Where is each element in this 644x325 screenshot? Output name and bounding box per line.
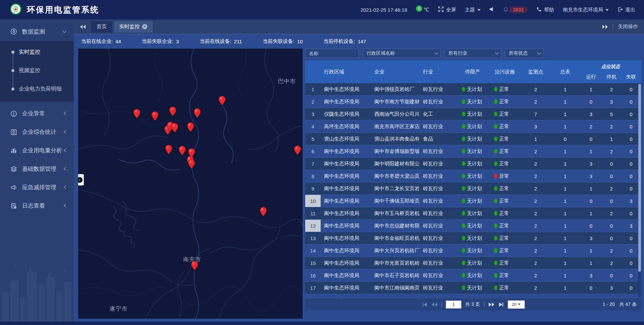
status-dot-green bbox=[494, 161, 497, 166]
table-header: 行政区域 企业 行业 停限产 治污设施 监测点 总表 点位状态 运行 停机 失联 bbox=[305, 60, 641, 83]
sidebar-item-realtime-monitoring[interactable]: 实时监控 bbox=[0, 43, 74, 61]
status-dot-green bbox=[462, 199, 465, 203]
name-search-input[interactable] bbox=[305, 49, 359, 58]
status-dot-green bbox=[462, 186, 465, 191]
prev-page-button[interactable] bbox=[431, 302, 437, 307]
sidebar-item-log-view[interactable]: 日志查看 bbox=[0, 197, 74, 215]
map-pin[interactable] bbox=[178, 146, 186, 156]
footer-strip bbox=[0, 322, 644, 325]
status-dot-green bbox=[494, 273, 497, 278]
map-pin[interactable] bbox=[169, 106, 176, 116]
table-row[interactable]: 14阆中生态环境局阆中大兴页岩机砖厂砖瓦行业无计划正常21120 bbox=[305, 245, 641, 257]
map-pin[interactable] bbox=[171, 123, 178, 133]
table-row[interactable]: 1阆中生态环境局阆中强锐页岩砖厂砖瓦行业无计划正常21120 bbox=[305, 83, 641, 96]
chevron-down-icon bbox=[518, 304, 521, 305]
mute-speaker-button[interactable] bbox=[489, 7, 494, 13]
table-row[interactable]: 4高坪生态环境局南充市高坪区王家店建砖瓦行业无计划正常31220 bbox=[305, 120, 641, 133]
bell-icon bbox=[503, 7, 508, 13]
table-row[interactable]: 6阆中生态环境局阆中市金博瑞新型墙材砖瓦行业无计划正常21120 bbox=[305, 145, 641, 158]
sidebar-item-data-monitoring[interactable]: 数据监测 bbox=[0, 22, 74, 41]
map-canvas[interactable]: 巴中市南充市遂宁市 ‹ bbox=[78, 49, 303, 319]
sidebar-item-base-data-management[interactable]: 基础数据管理 bbox=[0, 160, 74, 178]
stat-offline-devices: 当前失联设备:10 bbox=[263, 38, 303, 45]
table-row[interactable]: 3仪陇生态环境局西南油气田分公司川中化工无计划正常71350 bbox=[305, 108, 641, 120]
logout-button[interactable]: 退出 bbox=[618, 7, 635, 13]
enterprise-panel: 行政区域名称 所有行业 所有状态 行政区域 企业 行业 bbox=[305, 49, 641, 325]
sidebar: 数据监测 实时监控 视频监控 企业电力负荷明细 企业异常 企业综合统计 bbox=[0, 19, 74, 325]
close-icon[interactable]: ✕ bbox=[142, 24, 147, 29]
table-row[interactable]: 9阆中生态环境局阆中市二龙长宝页岩砖砖瓦行业无计划正常21120 bbox=[305, 182, 641, 195]
map-pin[interactable] bbox=[294, 145, 301, 155]
sidebar-item-enterprise-abnormal[interactable]: 企业异常 bbox=[0, 104, 74, 123]
page-range-label: 1 - 20 bbox=[603, 302, 615, 308]
table-scrollbar[interactable] bbox=[638, 84, 641, 297]
total-records-label: 共 47 条 bbox=[620, 302, 637, 308]
tab-realtime-monitoring[interactable]: 实时监控 ✕ bbox=[114, 21, 153, 33]
status-select[interactable]: 所有状态 bbox=[505, 49, 543, 58]
last-page-button[interactable] bbox=[498, 302, 504, 307]
status-dot-green bbox=[462, 112, 465, 116]
first-page-button[interactable] bbox=[422, 302, 427, 307]
table-row[interactable]: 15阆中生态环境局阆中市光富页岩机砖厂砖瓦行业无计划正常21120 bbox=[305, 257, 641, 269]
close-operations-button[interactable]: 关闭操作 bbox=[618, 23, 638, 30]
pagination-bar: 共 3 页 20 1 - 20 bbox=[305, 298, 641, 311]
status-dot-green bbox=[494, 236, 497, 240]
map-pin[interactable] bbox=[188, 159, 195, 169]
sidebar-item-power-load-detail[interactable]: 企业电力负荷明细 bbox=[0, 80, 74, 98]
table-row[interactable]: 5营山生态环境局营山县润丰肉食品有限食品无计划正常10010 bbox=[305, 133, 641, 145]
col-header-industry: 行业 bbox=[420, 60, 457, 83]
stat-online-devices: 当前在线设备:211 bbox=[200, 38, 242, 45]
notification-button[interactable]: 2632 bbox=[503, 6, 528, 13]
tabs-scroll-left-button[interactable] bbox=[80, 24, 86, 29]
table-row[interactable]: 16阆中生态环境局阆中市石子页岩机砖厂砖瓦行业无计划正常21300 bbox=[305, 269, 641, 282]
table-row[interactable]: 2阆中生态环境局阆中市南方节能建材有砖瓦行业无计划正常21030 bbox=[305, 96, 641, 108]
map-pin[interactable] bbox=[194, 108, 201, 118]
map-pin[interactable] bbox=[187, 122, 194, 132]
map-pin[interactable] bbox=[260, 207, 267, 217]
table-row[interactable]: 17阆中生态环境局阆中市江南镇阆南页岩砖瓦行业无计划正常21030 bbox=[305, 282, 641, 294]
table-row[interactable]: 8阆中生态环境局阆中市枣碧大梁山页岩砖瓦行业无计划异常21300 bbox=[305, 170, 641, 182]
fullscreen-button[interactable]: 全屏 bbox=[438, 6, 456, 13]
sidebar-item-video-monitoring[interactable]: 视频监控 bbox=[0, 61, 74, 80]
notification-count-badge: 2632 bbox=[509, 6, 528, 13]
page-number-input[interactable] bbox=[446, 301, 461, 309]
status-dot-green bbox=[462, 261, 465, 265]
region-select[interactable]: 行政区域名称 bbox=[363, 49, 441, 58]
speaker-icon bbox=[489, 7, 494, 13]
status-dot-green bbox=[494, 199, 497, 203]
chevron-left-icon bbox=[64, 129, 66, 136]
next-page-button[interactable] bbox=[488, 302, 494, 307]
page-size-select[interactable]: 20 bbox=[508, 301, 525, 309]
map-pin[interactable] bbox=[191, 261, 198, 271]
chevron-left-icon bbox=[64, 184, 66, 191]
stat-offline-enterprises: 当前失联企业:3 bbox=[142, 38, 179, 45]
layers-icon bbox=[10, 165, 17, 173]
sidebar-item-power-usage-analysis[interactable]: 企业用电量分析 bbox=[0, 141, 74, 160]
status-dot-green bbox=[462, 285, 465, 290]
map-pin[interactable] bbox=[165, 145, 172, 155]
status-dot-green bbox=[462, 161, 465, 166]
table-row[interactable]: 10阆中生态环境局阆中千佛镇五郎垭页岩砖瓦行业无计划正常21003 bbox=[305, 195, 641, 207]
map-pin[interactable] bbox=[133, 109, 141, 119]
industry-select[interactable]: 所有行业 bbox=[445, 49, 501, 58]
chevron-down-icon bbox=[495, 51, 498, 54]
map-pin[interactable] bbox=[151, 111, 159, 121]
map-pin[interactable] bbox=[218, 96, 226, 106]
status-dot-green bbox=[462, 137, 465, 141]
table-row[interactable]: 11阆中生态环境局阆中市五马桥页岩机砖砖瓦行业无计划正常21120 bbox=[305, 207, 641, 220]
sidebar-item-enterprise-statistics[interactable]: 企业综合统计 bbox=[0, 123, 74, 141]
table-row[interactable]: 7阆中生态环境局阆中明阳建材有限公司砖瓦行业无计划正常21300 bbox=[305, 158, 641, 170]
theme-dropdown[interactable]: 主题 bbox=[465, 7, 481, 13]
chevron-left-icon bbox=[64, 110, 66, 117]
help-button[interactable]: 帮助 bbox=[536, 7, 554, 13]
table-row[interactable]: 13阆中生态环境局阆中市金福旺页岩机砖砖瓦行业无计划正常21300 bbox=[305, 232, 641, 245]
table-row[interactable]: 18南部生态环境局南部县砚华水泥有限公建材行业无计划正常60060 bbox=[305, 294, 641, 298]
tab-home[interactable]: 首页 bbox=[91, 21, 112, 33]
org-dropdown[interactable]: 南充市生态环境局 bbox=[563, 7, 609, 13]
sidebar-item-emergency-reduction[interactable]: 应急减排管理 bbox=[0, 178, 74, 197]
app-header: 环保用电监管系统 2021-02-25 17:46:18 0 ℃ 全屏 主题 bbox=[0, 0, 644, 19]
table-row[interactable]: 12阆中生态环境局阆中市忠信建材有限公砖瓦行业无计划正常21003 bbox=[305, 220, 641, 232]
tabs-scroll-right-button[interactable] bbox=[602, 24, 608, 29]
chevron-down-icon bbox=[477, 9, 481, 11]
panel-collapse-button[interactable]: ‹ bbox=[78, 174, 84, 185]
